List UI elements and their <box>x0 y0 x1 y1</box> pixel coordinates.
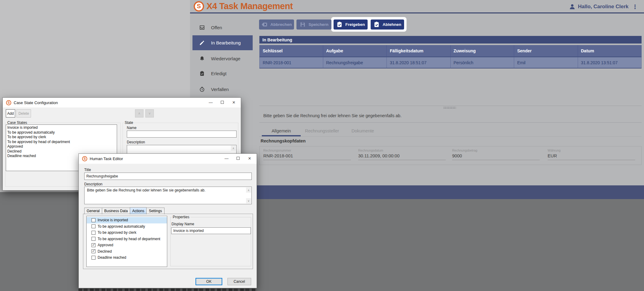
action-checkbox[interactable]: ✓ <box>92 243 95 247</box>
action-checkbox[interactable]: ✓ <box>92 224 95 228</box>
minimize-icon: — <box>225 156 229 161</box>
minimize-button[interactable]: — <box>221 154 232 163</box>
tab-rechnungssteller[interactable]: Rechnungssteller <box>301 125 343 136</box>
sidebar-item-in-bearbeitung[interactable]: In Bearbeitung <box>192 35 253 50</box>
approve-button-label: Freigeben <box>345 22 365 27</box>
maximize-button[interactable] <box>232 154 244 163</box>
user-icon <box>569 3 576 10</box>
action-checkbox[interactable]: ✓ <box>92 231 95 235</box>
table-header-cell[interactable]: Aufgabe <box>323 45 387 57</box>
list-item[interactable]: Approved <box>6 144 117 149</box>
action-row[interactable]: ✓ Invoice is imported <box>87 217 167 223</box>
action-row[interactable]: ✓ Declined <box>87 248 167 255</box>
action-checkbox[interactable]: ✓ <box>92 256 95 260</box>
field-rechnungsbetrag: Rechnungsbetrag 9000 <box>452 149 540 160</box>
save-button[interactable]: Speichern <box>296 19 331 30</box>
sidebar-item-label: In Bearbeitung <box>211 40 241 45</box>
add-button[interactable]: Add <box>6 109 15 117</box>
tab-general[interactable]: General <box>84 208 102 214</box>
window-controls: — ✕ <box>205 98 240 107</box>
field-label: Rechnungsdatum <box>358 149 446 152</box>
scroll-up-icon[interactable]: ∧ <box>231 146 236 151</box>
table-header-cell[interactable]: Fälligkeitsdatum <box>387 45 451 57</box>
field-value[interactable]: RNR-2018-001 <box>263 153 351 160</box>
action-label: To be approved automatically <box>98 224 145 229</box>
description-label: Description <box>84 182 102 186</box>
scroll-down-icon[interactable]: ∨ <box>246 198 251 203</box>
sidebar-item-offen[interactable]: Offen <box>192 20 253 35</box>
dialog-titlebar[interactable]: S Human Task Editor — ✕ <box>79 154 257 164</box>
case-states-label: Case States <box>6 121 28 125</box>
save-button-label: Speichern <box>309 22 328 27</box>
list-item[interactable]: To be approved by clerk <box>6 135 117 140</box>
table-header-cell[interactable]: Schlüssel <box>259 45 323 57</box>
actions-tab-panel: ✓ Invoice is imported ✓ To be approved a… <box>83 214 253 269</box>
move-up-button[interactable]: ∧ <box>135 109 144 117</box>
tabs-baseline <box>259 136 642 137</box>
ok-button[interactable]: OK <box>196 278 222 285</box>
section-header: In Bearbeitung <box>259 36 642 44</box>
action-checkbox[interactable]: ✓ <box>92 218 95 222</box>
move-down-button[interactable]: ∨ <box>145 109 154 117</box>
tab-actions[interactable]: Actions <box>130 207 147 214</box>
chevron-up-icon: ∧ <box>138 111 140 115</box>
close-button[interactable]: ✕ <box>228 98 240 107</box>
action-checkbox[interactable]: ✓ <box>92 237 95 241</box>
actions-listbox[interactable]: ✓ Invoice is imported ✓ To be approved a… <box>86 216 167 267</box>
action-label: Deadline reached <box>98 255 126 260</box>
title-input[interactable] <box>84 173 252 180</box>
cancel-button[interactable]: Abbrechen <box>259 19 294 30</box>
list-item[interactable]: To be approved automatically <box>6 130 117 135</box>
field-value[interactable]: 9000 <box>452 153 540 160</box>
description-textarea[interactable]: Bitte geben Sie die Rechnung frei oder l… <box>84 187 252 204</box>
sidebar-item-wiedervorlage[interactable]: Wiedervorlage <box>192 51 253 66</box>
decline-button[interactable]: Ablehnen <box>371 19 404 30</box>
tab-settings[interactable]: Settings <box>146 208 164 214</box>
close-button[interactable]: ✕ <box>244 154 255 163</box>
action-row[interactable]: ✓ Approved <box>87 242 167 248</box>
tab-label: Business Data <box>104 209 128 213</box>
invoice-fields-panel: Rechnungsnummer RNR-2018-001 Rechnungsda… <box>259 146 642 165</box>
list-item[interactable]: Declined <box>6 149 117 154</box>
list-item[interactable]: Invoice is imported <box>6 125 117 130</box>
tab-dokumente[interactable]: Dokumente <box>343 125 382 136</box>
list-item[interactable]: To be approved by head of department <box>6 140 117 145</box>
table-row[interactable]: RNR-2018-001 Rechnungsfreigabe 31.8.2020… <box>259 57 642 68</box>
cancel-x-icon <box>261 21 268 28</box>
save-floppy-icon <box>299 21 306 28</box>
minimize-button[interactable]: — <box>205 98 216 107</box>
table-header-cell[interactable]: Sender <box>514 45 578 57</box>
sidebar-item-verfallen[interactable]: Verfallen <box>192 82 253 97</box>
name-input[interactable] <box>127 131 237 138</box>
cancel-button[interactable]: Cancel <box>227 278 251 285</box>
pencil-icon <box>199 40 205 46</box>
dialog-titlebar[interactable]: S Case State Configuration — ✕ <box>3 98 241 107</box>
overflow-menu-icon[interactable]: ⋮ <box>631 3 639 10</box>
action-checkbox[interactable]: ✓ <box>92 249 95 253</box>
action-row[interactable]: ✓ To be approved automatically <box>87 223 167 230</box>
tab-business-data[interactable]: Business Data <box>102 208 130 214</box>
sidebar-item-label: Offen <box>211 25 222 30</box>
action-row[interactable]: ✓ To be approved by head of department <box>87 236 167 242</box>
table-cell: RNR-2018-001 <box>259 57 323 68</box>
sidebar-item-erledigt[interactable]: Erledigt <box>192 66 253 81</box>
action-row[interactable]: ✓ Deadline reached <box>87 254 167 261</box>
checkmark-icon: ✓ <box>92 243 95 247</box>
maximize-button[interactable] <box>216 98 228 107</box>
splitter-handle-icon[interactable] <box>443 107 456 109</box>
action-row[interactable]: ✓ To be approved by clerk <box>87 230 167 236</box>
cancel-button-label: Abbrechen <box>270 22 292 27</box>
table-header-cell[interactable]: Zuweisung <box>451 45 514 57</box>
display-name-input[interactable] <box>171 227 251 234</box>
logo-letter: S <box>8 101 10 104</box>
close-icon: ✕ <box>248 156 251 161</box>
approve-button[interactable]: Freigeben <box>334 19 368 30</box>
field-value[interactable]: EUR <box>548 153 635 160</box>
table-header-cell[interactable]: Datum <box>578 45 642 57</box>
close-icon: ✕ <box>232 100 236 105</box>
tab-allgemein[interactable]: Allgemein <box>262 125 301 136</box>
field-value[interactable]: 30.11.2009, 00:00:00 <box>358 153 446 160</box>
scroll-up-icon[interactable]: ∧ <box>246 188 251 193</box>
table-header-row: Schlüssel Aufgabe Fälligkeitsdatum Zuwei… <box>259 45 642 57</box>
delete-button[interactable]: Delete <box>16 109 31 117</box>
